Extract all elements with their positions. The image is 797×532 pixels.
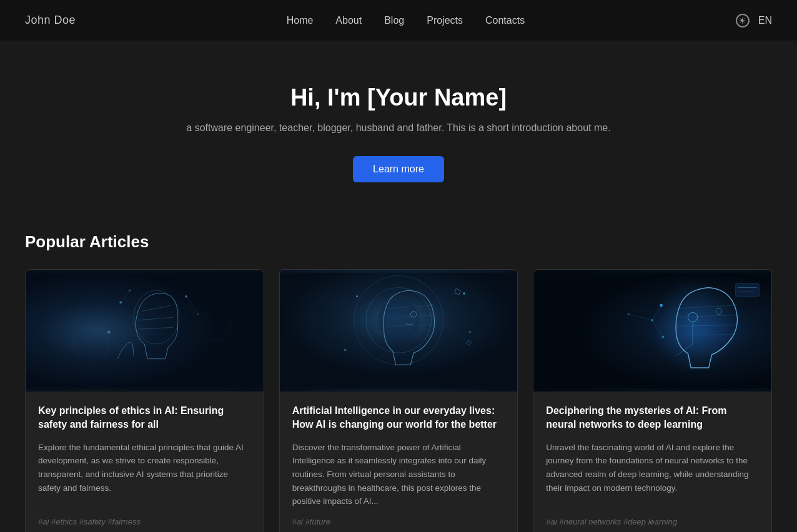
article-1-tags: #ai #ethics #safety #fairness xyxy=(38,517,251,526)
article-card-1: Key principles of ethics in AI: Ensuring… xyxy=(25,269,264,532)
article-2-title: Artificial Intelligence in our everyday … xyxy=(292,404,505,432)
nav-links: Home About Blog Projects Contacts xyxy=(287,15,525,26)
svg-point-25 xyxy=(344,349,346,352)
svg-point-8 xyxy=(197,313,199,315)
language-selector[interactable]: EN xyxy=(758,15,772,26)
svg-point-29 xyxy=(653,278,736,373)
article-2-image xyxy=(280,270,518,392)
site-logo[interactable]: John Doe xyxy=(25,14,76,27)
article-3-title: Deciphering the mysteries of AI: From ne… xyxy=(546,404,759,432)
article-2-body: Artificial Intelligence in our everyday … xyxy=(280,392,518,532)
svg-point-40 xyxy=(662,336,665,338)
hero-title: Hi, I'm [Your Name] xyxy=(25,84,772,111)
nav-projects[interactable]: Projects xyxy=(427,15,463,26)
svg-point-38 xyxy=(660,304,663,307)
svg-point-23 xyxy=(463,292,465,295)
svg-rect-45 xyxy=(736,283,760,297)
nav-home[interactable]: Home xyxy=(287,15,314,26)
article-1-image xyxy=(26,270,264,392)
svg-point-22 xyxy=(356,295,358,297)
nav-blog[interactable]: Blog xyxy=(384,15,404,26)
svg-rect-0 xyxy=(26,273,264,389)
article-1-body: Key principles of ethics in AI: Ensuring… xyxy=(26,392,264,532)
nav-contacts[interactable]: Contacts xyxy=(485,15,525,26)
nav-about[interactable]: About xyxy=(335,15,362,26)
articles-section-title: Popular Articles xyxy=(25,232,772,252)
learn-more-button[interactable]: Learn more xyxy=(353,156,444,182)
article-1-description: Explore the fundamental ethical principl… xyxy=(38,441,251,508)
article-3-tags: #ai #neural networks #deep learning xyxy=(546,517,759,526)
svg-point-41 xyxy=(628,313,630,315)
navigation: John Doe Home About Blog Projects Contac… xyxy=(0,0,797,41)
article-2-description: Discover the transformative power of Art… xyxy=(292,441,505,508)
hero-section: Hi, I'm [Your Name] a software engineer,… xyxy=(0,41,797,220)
article-2-tags: #ai #future xyxy=(292,517,505,526)
article-card-3: Deciphering the mysteries of AI: From ne… xyxy=(533,269,772,532)
article-card-2: Artificial Intelligence in our everyday … xyxy=(279,269,518,532)
article-3-image xyxy=(533,270,771,392)
hero-subtitle: a software engineer, teacher, blogger, h… xyxy=(25,122,772,134)
svg-point-9 xyxy=(107,331,111,334)
article-1-title: Key principles of ethics in AI: Ensuring… xyxy=(38,404,251,432)
articles-grid: Key principles of ethics in AI: Ensuring… xyxy=(25,269,772,532)
article-3-description: Unravel the fascinating world of AI and … xyxy=(546,441,759,508)
nav-right: EN xyxy=(736,14,772,27)
theme-toggle-icon[interactable] xyxy=(736,14,750,27)
svg-point-24 xyxy=(469,331,471,333)
article-3-body: Deciphering the mysteries of AI: From ne… xyxy=(533,392,771,532)
articles-section: Popular Articles xyxy=(0,220,797,532)
